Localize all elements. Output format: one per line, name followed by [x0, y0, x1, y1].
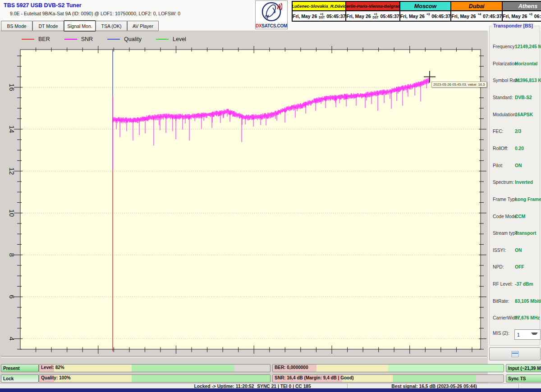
input-bitrate-badge: Input (~21,39 Mbps) — [506, 364, 541, 372]
quality-gauge: Quality: 100% — [39, 374, 270, 383]
gauge-zone — [388, 365, 504, 372]
ber-gauge: BER: 0,0000000 — [272, 364, 504, 372]
level-gauge-label: Level: 82% — [41, 365, 64, 370]
snr-gauge-label: SNR: 16,4 dB (Margin: 9,4 dB | Good) — [275, 375, 354, 380]
signal-chart-plot[interactable]: 16141210864 — [0, 0, 541, 383]
satellite-dish-icon — [261, 1, 282, 22]
y-axis-label: 6 — [8, 295, 16, 299]
y-axis-label: 14 — [8, 125, 16, 133]
chart-tooltip: 2023-05-26 05.45.03, value: 16,5 — [431, 82, 487, 87]
gauge-zone — [132, 375, 270, 382]
level-gauge: Level: 82% — [39, 364, 270, 372]
gauge-zone — [393, 375, 476, 382]
y-axis-label: 8 — [8, 253, 16, 257]
y-axis-label: 4 — [8, 337, 16, 341]
gauge-zone — [54, 365, 132, 372]
quality-gauge-label: Quality: 100% — [41, 375, 71, 380]
snr-gauge: SNR: 16,4 dB (Margin: 9,4 dB | Good) — [272, 374, 504, 383]
lock-badge: Lock — [1, 374, 39, 383]
bottom-navy-strip — [0, 388, 541, 392]
logo-text: DXSATCS.COM — [256, 23, 287, 28]
gauge-zone — [316, 365, 388, 372]
y-axis-label: 10 — [8, 209, 16, 217]
statusbar-separator — [518, 383, 520, 388]
y-axis-label: 12 — [8, 167, 16, 175]
present-badge: Present — [1, 364, 39, 372]
gauge-zone — [132, 365, 234, 372]
plot-background — [20, 50, 481, 349]
tuner-app-window: 16141210864 TBS 5927 USB DVB-S2 Tuner 9.… — [0, 0, 541, 392]
y-axis-label: 16 — [8, 83, 16, 91]
statusbar-separator — [347, 383, 349, 388]
sync-ts-badge: Sync TS — [506, 374, 541, 383]
ber-gauge-label: BER: 0,0000000 — [275, 365, 308, 370]
dxsatcs-logo: DXSATCS.COM — [255, 0, 288, 29]
